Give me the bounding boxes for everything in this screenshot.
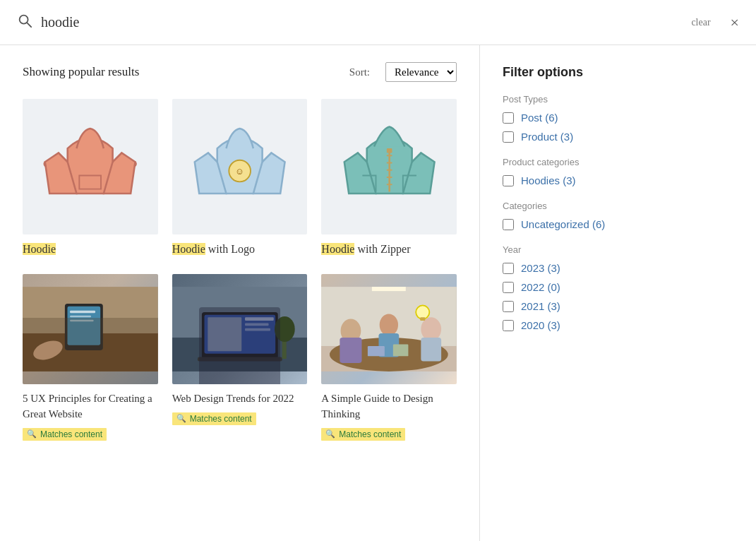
filter-item-uncategorized: Uncategorized (6) bbox=[503, 218, 683, 230]
matches-content-webdesign: 🔍 Matches content bbox=[172, 412, 256, 425]
checkbox-post[interactable] bbox=[503, 112, 514, 124]
svg-rect-23 bbox=[208, 317, 241, 351]
product-thumb-hoodie-logo[interactable]: ☺ bbox=[172, 99, 308, 234]
highlight-hoodie-logo: Hoodie bbox=[172, 243, 205, 255]
matches-content-ux: 🔍 Matches content bbox=[23, 428, 107, 441]
checkbox-2021[interactable] bbox=[503, 301, 514, 312]
svg-rect-22 bbox=[204, 315, 275, 354]
filter-title: Filter options bbox=[503, 65, 683, 80]
filter-section-label-post-types: Post Types bbox=[503, 94, 683, 105]
filter-section-product-categories: Product categories Hoodies (3) bbox=[503, 157, 683, 186]
filter-item-product: Product (3) bbox=[503, 131, 683, 143]
svg-rect-35 bbox=[340, 338, 362, 363]
post-thumb-design-thinking[interactable] bbox=[321, 274, 457, 384]
showing-label: Showing popular results bbox=[23, 65, 139, 79]
sort-select[interactable]: Relevance Date Price bbox=[385, 62, 457, 82]
svg-text:☺: ☺ bbox=[235, 166, 244, 177]
search-icon bbox=[17, 13, 32, 32]
search-small-icon-ux: 🔍 bbox=[27, 429, 37, 439]
post-thumb-ux[interactable] bbox=[23, 274, 158, 384]
checkbox-2020[interactable] bbox=[503, 320, 514, 331]
svg-rect-39 bbox=[421, 338, 442, 362]
svg-rect-26 bbox=[245, 328, 270, 331]
filter-label-2023[interactable]: 2023 (3) bbox=[521, 262, 560, 274]
filter-section-label-categories: Categories bbox=[503, 201, 683, 211]
filter-item-hoodies: Hoodies (3) bbox=[503, 174, 683, 186]
search-input[interactable] bbox=[41, 14, 683, 30]
product-card-hoodie-logo: ☺ Hoodie with Logo bbox=[172, 99, 308, 257]
svg-point-36 bbox=[380, 314, 398, 335]
svg-rect-24 bbox=[245, 317, 274, 321]
posts-grid: 5 UX Principles for Creating a Great Web… bbox=[23, 274, 457, 441]
filter-label-post[interactable]: Post (6) bbox=[521, 112, 558, 124]
post-card-webdesign: Web Design Trends for 2022 🔍 Matches con… bbox=[172, 274, 308, 441]
filter-item-post: Post (6) bbox=[503, 112, 683, 124]
svg-rect-16 bbox=[70, 316, 91, 317]
svg-rect-25 bbox=[245, 323, 269, 326]
product-thumb-hoodie[interactable] bbox=[23, 99, 158, 234]
post-card-design-thinking: A Simple Guide to Design Thinking 🔍 Matc… bbox=[321, 274, 457, 441]
filter-section-label-product-categories: Product categories bbox=[503, 157, 683, 167]
filter-section-year: Year 2023 (3) 2022 (0) 2021 (3) 2020 (3) bbox=[503, 244, 683, 331]
filter-label-hoodies[interactable]: Hoodies (3) bbox=[521, 174, 576, 186]
filter-section-post-types: Post Types Post (6) Product (3) bbox=[503, 94, 683, 143]
highlight-hoodie: Hoodie bbox=[23, 243, 56, 255]
filter-label-2021[interactable]: 2021 (3) bbox=[521, 300, 560, 312]
product-title-hoodie-logo: Hoodie with Logo bbox=[172, 242, 308, 257]
results-header: Showing popular results Sort: Relevance … bbox=[23, 62, 457, 82]
highlight-hoodie-zipper: Hoodie bbox=[321, 243, 354, 255]
svg-rect-11 bbox=[23, 287, 158, 371]
results-area: Showing popular results Sort: Relevance … bbox=[0, 45, 480, 541]
svg-rect-17 bbox=[70, 320, 94, 321]
product-card-hoodie: Hoodie bbox=[23, 99, 158, 257]
filter-label-2022[interactable]: 2022 (0) bbox=[521, 281, 560, 293]
post-title-webdesign[interactable]: Web Design Trends for 2022 bbox=[172, 391, 308, 407]
product-title-hoodie-zipper: Hoodie with Zipper bbox=[321, 242, 457, 257]
svg-rect-20 bbox=[172, 338, 308, 371]
product-card-hoodie-zipper: Hoodie with Zipper bbox=[321, 99, 457, 257]
clear-button[interactable]: clear bbox=[691, 17, 710, 28]
post-title-design-thinking[interactable]: A Simple Guide to Design Thinking bbox=[321, 391, 457, 422]
filter-sidebar: Filter options Post Types Post (6) Produ… bbox=[480, 45, 706, 541]
svg-rect-15 bbox=[70, 311, 95, 314]
checkbox-2022[interactable] bbox=[503, 282, 514, 293]
checkbox-product[interactable] bbox=[503, 131, 514, 143]
product-thumb-hoodie-zipper[interactable] bbox=[321, 99, 457, 234]
svg-rect-43 bbox=[420, 317, 425, 321]
post-title-ux[interactable]: 5 UX Principles for Creating a Great Web… bbox=[23, 391, 158, 422]
matches-content-design-thinking: 🔍 Matches content bbox=[321, 428, 405, 441]
filter-label-product[interactable]: Product (3) bbox=[521, 131, 573, 143]
products-grid: Hoodie ☺ bbox=[23, 99, 457, 257]
svg-rect-21 bbox=[202, 312, 278, 359]
filter-item-2020: 2020 (3) bbox=[503, 319, 683, 331]
filter-section-categories: Categories Uncategorized (6) bbox=[503, 201, 683, 230]
main-layout: Showing popular results Sort: Relevance … bbox=[0, 45, 756, 541]
filter-section-label-year: Year bbox=[503, 244, 683, 255]
svg-point-29 bbox=[275, 316, 295, 342]
filter-label-uncategorized[interactable]: Uncategorized (6) bbox=[521, 218, 605, 230]
sort-label: Sort: bbox=[349, 66, 370, 78]
checkbox-2023[interactable] bbox=[503, 263, 514, 274]
svg-rect-32 bbox=[372, 287, 406, 291]
post-thumb-webdesign[interactable] bbox=[172, 274, 308, 384]
post-card-ux: 5 UX Principles for Creating a Great Web… bbox=[23, 274, 158, 441]
search-bar: clear × bbox=[0, 0, 756, 45]
filter-label-2020[interactable]: 2020 (3) bbox=[521, 319, 560, 331]
svg-rect-41 bbox=[393, 345, 409, 357]
svg-point-42 bbox=[416, 306, 429, 319]
svg-rect-10 bbox=[386, 148, 392, 153]
product-title-hoodie: Hoodie bbox=[23, 242, 158, 257]
close-button[interactable]: × bbox=[731, 13, 739, 32]
svg-rect-40 bbox=[368, 346, 385, 356]
filter-item-2021: 2021 (3) bbox=[503, 300, 683, 312]
filter-item-2023: 2023 (3) bbox=[503, 262, 683, 274]
checkbox-uncategorized[interactable] bbox=[503, 219, 514, 230]
svg-point-38 bbox=[421, 317, 442, 341]
svg-line-1 bbox=[27, 23, 31, 27]
search-small-icon-design-thinking: 🔍 bbox=[325, 429, 335, 439]
svg-rect-27 bbox=[198, 357, 282, 362]
svg-point-18 bbox=[31, 337, 66, 363]
checkbox-hoodies[interactable] bbox=[503, 175, 514, 186]
svg-rect-12 bbox=[23, 333, 158, 371]
filter-item-2022: 2022 (0) bbox=[503, 281, 683, 293]
